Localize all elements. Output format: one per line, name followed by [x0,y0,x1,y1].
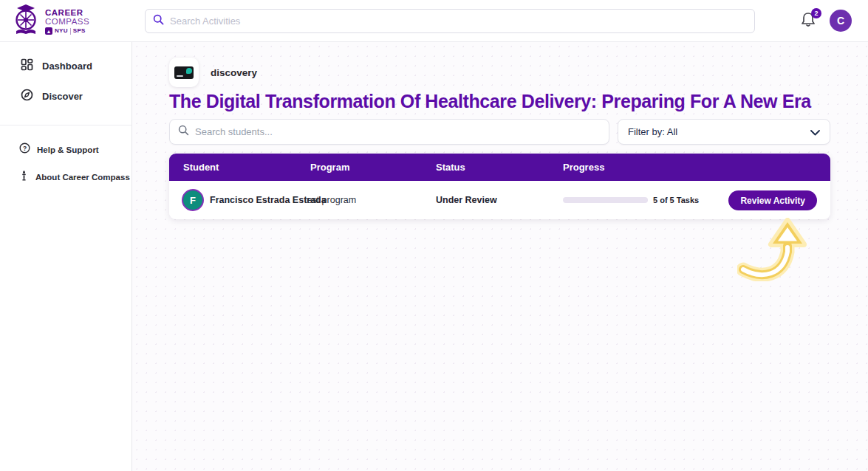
sidebar-item-label: About Career Compass [35,173,130,182]
help-icon: ? [19,142,30,157]
search-activities-input[interactable] [170,16,747,27]
brand-name-compass: COMPASS [45,17,89,26]
page-title: The Digital Transformation Of Healthcare… [169,91,841,112]
torch-icon [19,170,29,184]
notifications-button[interactable]: 2 [800,11,819,32]
sidebar-item-label: Discover [42,91,83,102]
career-compass-logo-icon [12,4,40,39]
filter-selected-value: Filter by: All [628,126,677,137]
progress-bar [563,181,648,219]
curved-arrow-annotation [737,218,820,281]
sidebar-item-help-support[interactable]: ? Help & Support [0,136,131,163]
students-search-bar [169,119,609,145]
sidebar: Dashboard Discover ? Help & Support [0,42,132,471]
notification-count-badge: 2 [811,8,821,18]
main-content: discovery The Digital Transformation Of … [132,42,868,471]
activities-search-bar [145,9,755,33]
search-icon [178,125,189,139]
students-table: Student Program Status Progress F Franci… [169,154,830,219]
topbar: CAREER COMPASS ▲ NYU SPS 2 C [0,0,868,42]
brand-name-career: CAREER [45,8,89,17]
column-header-progress: Progress [563,154,604,181]
progress-label: 5 of 5 Tasks [653,181,699,219]
sidebar-item-label: Help & Support [37,145,99,154]
search-icon [153,14,164,28]
review-activity-button[interactable]: Review Activity [728,190,817,210]
student-program: test program [304,181,356,219]
column-header-student: Student [183,154,219,181]
user-avatar[interactable]: C [830,10,852,32]
discovery-logo-icon [174,66,194,79]
activity-logo [169,58,199,87]
column-header-status: Status [436,154,465,181]
search-students-input[interactable] [195,126,601,137]
compass-icon [21,89,33,104]
chevron-down-icon [810,126,820,139]
table-row: F Francisco Estrada Estrada test program… [169,181,830,219]
grid-icon [21,58,33,74]
sidebar-item-discover[interactable]: Discover [0,81,131,111]
sidebar-divider [0,125,131,126]
table-header-row: Student Program Status Progress [169,154,830,181]
svg-text:?: ? [23,145,27,152]
filter-dropdown[interactable]: Filter by: All [618,119,830,145]
sidebar-item-dashboard[interactable]: Dashboard [0,51,131,81]
nyu-label: NYU [55,28,68,34]
brand-logo[interactable]: CAREER COMPASS ▲ NYU SPS [12,3,132,40]
student-status: Under Review [436,181,497,219]
sps-label: SPS [73,28,86,34]
column-header-program: Program [310,154,349,181]
sidebar-item-label: Dashboard [42,61,92,72]
sidebar-item-about[interactable]: About Career Compass [0,163,131,190]
activity-header: discovery [169,58,257,87]
student-avatar: F [182,189,204,211]
torch-flag-icon: ▲ [45,27,52,35]
activity-name: discovery [211,67,257,78]
nyu-sps-badge: ▲ NYU SPS [45,27,89,35]
